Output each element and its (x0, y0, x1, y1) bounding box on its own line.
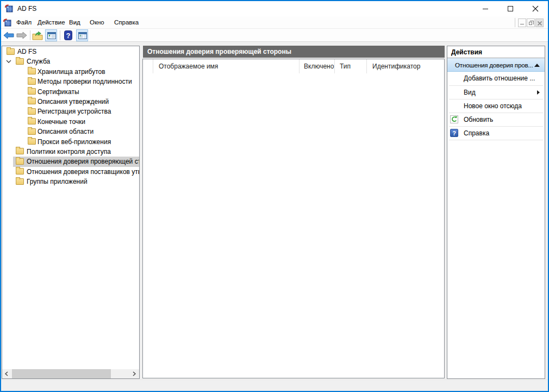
scroll-right-button[interactable] (130, 369, 139, 378)
folder-icon (28, 78, 36, 85)
collapse-icon[interactable] (534, 64, 540, 67)
list-column-header: Отображаемое имя Включено Тип Идентифика… (143, 59, 444, 73)
scroll-left-icon (5, 371, 8, 376)
mdi-separator (515, 18, 515, 27)
folder-icon (16, 58, 24, 65)
mdi-close-button[interactable] (535, 18, 544, 27)
close-button[interactable] (523, 1, 548, 16)
back-button[interactable] (3, 32, 14, 39)
tree-item-scope-descriptions[interactable]: Описания области (2, 127, 139, 136)
column-separator[interactable] (153, 59, 153, 73)
maximize-icon (508, 6, 513, 11)
scrollbar-thumb[interactable] (12, 369, 111, 378)
menu-window[interactable]: Окно (90, 16, 104, 28)
tree-item-adfs[interactable]: AD FS (2, 47, 139, 57)
show-hide-action-pane-button[interactable] (76, 29, 88, 41)
adfs-console-window: AD FS Файл Действие Вид Окно Справка (0, 0, 549, 392)
tree-item-claim-descriptions[interactable]: Описания утверждений (2, 97, 139, 107)
actions-title: Действия (447, 46, 545, 58)
scroll-left-button[interactable] (2, 369, 11, 378)
results-list: Отображаемое имя Включено Тип Идентифика… (142, 59, 445, 378)
console-tree-panel: AD FS Служба Хранилища атрибутов Методы … (2, 46, 140, 379)
menu-action[interactable]: Действие (38, 16, 65, 28)
tree-item-service[interactable]: Служба (2, 57, 139, 66)
folder-icon (28, 98, 36, 104)
menu-help[interactable]: Справка (114, 16, 139, 28)
folder-icon (28, 88, 36, 95)
folder-icon (28, 108, 36, 115)
minimize-button[interactable] (473, 1, 498, 16)
column-separator[interactable] (299, 59, 300, 73)
column-type[interactable]: Тип (340, 59, 351, 73)
action-pane-icon (78, 32, 87, 39)
mdi-restore-button[interactable] (527, 18, 535, 27)
refresh-icon (450, 115, 458, 123)
tree-item-certificates[interactable]: Сертификаты (2, 87, 139, 97)
minimize-icon (483, 9, 488, 9)
statusbar (1, 379, 548, 391)
column-enabled[interactable]: Включено (304, 59, 334, 73)
app-icon (4, 4, 13, 13)
folder-icon (16, 168, 24, 175)
menu-view[interactable]: Вид (69, 16, 80, 28)
actions-panel: Действия Отношения доверия пров... Добав… (447, 46, 545, 379)
mdi-close-icon (538, 21, 542, 26)
help-icon: ? (450, 129, 458, 137)
folder-icon (28, 118, 36, 125)
folder-icon (28, 68, 36, 74)
column-separator[interactable] (334, 59, 335, 73)
tree-item-endpoints[interactable]: Конечные точки (2, 117, 139, 127)
toolbar: ? (1, 29, 548, 42)
console-icon (3, 18, 11, 27)
console-tree-icon (47, 32, 56, 39)
folder-icon (16, 178, 24, 185)
expanded-chevron-icon[interactable] (6, 59, 11, 64)
show-hide-console-tree-button[interactable] (45, 29, 57, 41)
titlebar: AD FS (1, 1, 548, 16)
mdi-minimize-button[interactable] (518, 18, 526, 27)
close-icon (532, 5, 539, 12)
submenu-arrow-icon (537, 90, 540, 95)
actions-separator (449, 140, 543, 140)
column-display-name[interactable]: Отображаемое имя (159, 59, 218, 73)
tree-item-authentication-methods[interactable]: Методы проверки подлинности (2, 77, 139, 86)
tree-item-claims-provider-trusts[interactable]: Отношения доверия поставщиков утверждени… (2, 167, 139, 177)
horizontal-scrollbar[interactable] (2, 369, 139, 378)
help-button[interactable]: ? (64, 30, 72, 40)
action-view[interactable]: Вид (447, 86, 545, 99)
tree: AD FS Служба Хранилища атрибутов Методы … (2, 47, 139, 186)
up-one-level-button[interactable] (32, 31, 43, 40)
toolbar-separator (30, 30, 30, 40)
folder-icon (28, 128, 36, 135)
column-identifier[interactable]: Идентификатор (372, 59, 420, 73)
toolbar-separator-2 (60, 30, 60, 40)
mdi-restore-icon (529, 22, 532, 25)
tree-item-application-groups[interactable]: Группы приложений (2, 177, 139, 186)
tree-item-relying-party-trusts[interactable]: Отношения доверия проверяющей стороны (2, 157, 139, 166)
action-new-window[interactable]: Новое окно отсюда (447, 99, 545, 113)
folder-icon (16, 148, 24, 154)
tree-item-access-control-policies[interactable]: Политики контроля доступа (2, 147, 139, 157)
column-separator[interactable] (366, 59, 367, 73)
svg-text:?: ? (66, 32, 71, 40)
folder-icon (16, 158, 24, 165)
forward-button[interactable] (16, 32, 27, 39)
mdi-minimize-icon (520, 24, 524, 24)
action-help[interactable]: ? Справка (447, 127, 545, 140)
folder-icon (28, 138, 36, 145)
action-refresh[interactable]: Обновить (447, 113, 545, 126)
view-title: Отношения доверия проверяющей стороны (147, 46, 291, 58)
actions-section-header[interactable]: Отношения доверия пров... (447, 58, 545, 72)
menu-file[interactable]: Файл (16, 16, 32, 28)
tree-item-web-application-proxy[interactable]: Прокси веб-приложения (2, 137, 139, 147)
window-title: AD FS (17, 1, 36, 16)
action-add-relying-party-trust[interactable]: Добавить отношение ... (447, 72, 545, 85)
folder-icon (7, 48, 15, 55)
maximize-button[interactable] (498, 1, 523, 16)
tree-item-attribute-stores[interactable]: Хранилища атрибутов (2, 67, 139, 77)
view-header: Отношения доверия проверяющей стороны (142, 46, 445, 58)
actions-section-label: Отношения доверия пров... (455, 61, 533, 69)
menubar: Файл Действие Вид Окно Справка (1, 16, 548, 29)
scroll-right-icon (133, 371, 136, 376)
tree-item-device-registration[interactable]: Регистрация устройства (2, 107, 139, 116)
